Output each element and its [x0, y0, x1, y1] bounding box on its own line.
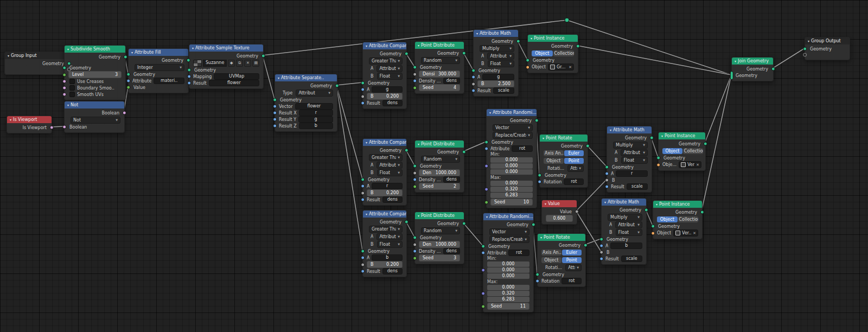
input-socket[interactable] — [413, 184, 417, 188]
node-header[interactable]: ▾Point Rotate — [540, 135, 588, 142]
input-socket[interactable] — [126, 79, 130, 83]
input-socket[interactable] — [62, 80, 66, 84]
toggle-button[interactable]: Point — [562, 257, 582, 263]
value-field[interactable]: r — [616, 170, 648, 177]
toggle-button[interactable]: Object — [662, 148, 682, 154]
input-socket[interactable] — [361, 198, 365, 202]
node-header[interactable]: ▾Attribute Sample Texture — [189, 44, 263, 52]
dropdown[interactable]: Random▼ — [421, 156, 460, 163]
close-icon[interactable]: ✕ — [569, 65, 572, 69]
dropdown[interactable]: Attribut▼ — [376, 65, 403, 72]
node-header[interactable]: ▾Attribute Compare — [363, 210, 406, 218]
dropdown[interactable]: Float▼ — [377, 169, 403, 176]
collapse-icon[interactable]: ▾ — [656, 202, 658, 206]
slider-field[interactable]: B0.200 — [367, 261, 403, 268]
value-field[interactable]: rot — [561, 278, 582, 284]
output-socket[interactable] — [704, 142, 707, 146]
output-socket[interactable] — [586, 144, 590, 148]
output-socket[interactable] — [516, 40, 520, 43]
reroute-node[interactable] — [565, 18, 570, 23]
value-field[interactable]: flower — [209, 80, 259, 86]
output-socket[interactable] — [124, 55, 127, 59]
vector-component[interactable]: 0.000 — [490, 181, 533, 186]
node-header[interactable]: ▾Point Instance — [528, 35, 578, 42]
slider-field[interactable]: Level3 — [68, 71, 122, 78]
input-socket[interactable] — [413, 66, 417, 69]
slider-field[interactable]: Seed2 — [419, 183, 460, 190]
collapse-icon[interactable]: ▾ — [486, 215, 488, 219]
value-field[interactable]: dens — [382, 268, 403, 274]
dropdown[interactable]: Replace/Create▼ — [489, 236, 529, 243]
collapse-icon[interactable]: ▾ — [131, 50, 133, 54]
output-socket[interactable] — [644, 208, 648, 212]
vector-component[interactable]: 0.000 — [487, 285, 529, 290]
input-socket[interactable] — [413, 171, 417, 175]
slider-field[interactable]: Den1000.000 — [419, 241, 460, 248]
value-field[interactable]: r — [372, 183, 403, 189]
input-socket[interactable] — [413, 250, 417, 253]
toggle-button[interactable]: Euler — [562, 250, 582, 256]
output-socket[interactable] — [700, 210, 704, 214]
output-socket[interactable] — [535, 119, 539, 123]
checker-icon[interactable] — [193, 60, 202, 67]
node-not[interactable]: ▾NotBooleanNot▼Boolean — [64, 101, 125, 133]
collapse-icon[interactable]: ▾ — [418, 43, 419, 47]
node-header[interactable]: ▾Point Distribute — [415, 212, 464, 219]
collapse-icon[interactable]: ▾ — [735, 59, 736, 63]
slider-field[interactable]: Seed11 — [487, 303, 529, 310]
slider-field[interactable]: Seed3 — [419, 254, 460, 261]
collapse-icon[interactable]: ▾ — [489, 111, 491, 114]
input-socket[interactable] — [361, 250, 365, 253]
input-socket[interactable] — [62, 66, 66, 70]
node-cmp3[interactable]: ▾Attribute CompareGeometryGreater Than▼A… — [362, 210, 407, 277]
collapse-icon[interactable]: ▾ — [610, 128, 611, 132]
node-header[interactable]: ▾Attribute Separate.. — [275, 74, 337, 81]
node-header[interactable]: ▾Group Input — [5, 52, 69, 59]
dropdown[interactable]: Attribut▼ — [487, 53, 514, 60]
input-socket[interactable] — [471, 69, 475, 73]
collapse-icon[interactable]: ▾ — [540, 235, 542, 239]
input-socket[interactable] — [361, 256, 365, 260]
input-socket[interactable] — [599, 238, 603, 241]
unlinked-socket[interactable] — [803, 53, 807, 57]
slider-field[interactable]: Seed4 — [419, 84, 460, 91]
input-socket[interactable] — [605, 185, 609, 189]
node-join[interactable]: ▾Join GeometryGeometryGeometry — [731, 57, 774, 81]
input-socket[interactable] — [62, 73, 66, 76]
input-socket[interactable] — [361, 270, 365, 273]
collapse-icon[interactable]: ▾ — [10, 118, 11, 122]
checkbox[interactable] — [69, 92, 75, 97]
dropdown[interactable]: Integer▼ — [135, 64, 184, 71]
input-socket[interactable] — [273, 105, 277, 108]
collapse-icon[interactable]: ▾ — [542, 136, 544, 140]
value-field[interactable]: flower — [295, 103, 334, 110]
node-dist2[interactable]: ▾Point DistributeGeometryRandom▼Geometry… — [414, 140, 464, 193]
input-socket[interactable] — [484, 188, 488, 191]
input-socket[interactable] — [361, 101, 365, 105]
vector-component[interactable]: 0.000 — [490, 169, 533, 175]
collapse-icon[interactable]: ▾ — [476, 31, 478, 35]
node-header[interactable]: ▾Group Output — [805, 37, 850, 44]
collapse-icon[interactable]: ▾ — [545, 202, 546, 206]
dropdown[interactable]: Multiply▼ — [480, 45, 514, 52]
node-dist3[interactable]: ▾Point DistributeGeometryRandom▼Geometry… — [414, 212, 464, 264]
value-field[interactable]: b — [372, 254, 403, 261]
node-header[interactable]: ▾Point Instance — [659, 132, 705, 139]
value-field[interactable]: b — [299, 123, 333, 129]
texture-name[interactable]: Suzanne — [203, 60, 227, 67]
slider-field[interactable]: B2.500 — [477, 80, 514, 87]
collapse-icon[interactable]: ▾ — [418, 142, 419, 146]
slider-field[interactable]: B0.200 — [367, 93, 403, 100]
output-socket[interactable] — [405, 149, 409, 152]
output-socket[interactable] — [405, 220, 409, 224]
value-field[interactable]: r — [299, 110, 333, 116]
slider-field[interactable]: Seed10 — [490, 199, 533, 206]
node-header[interactable]: ▾Attribute Randomi... — [483, 213, 533, 220]
collapse-icon[interactable]: ▾ — [67, 103, 69, 107]
node-rot2[interactable]: ▾Point RotateGeometryAxis An...EulerObje… — [537, 233, 586, 287]
value-field[interactable]: g — [372, 86, 403, 93]
output-socket[interactable] — [462, 222, 466, 226]
input-socket[interactable] — [361, 263, 365, 266]
output-socket[interactable] — [771, 67, 775, 71]
collapse-icon[interactable]: ▾ — [366, 141, 367, 144]
